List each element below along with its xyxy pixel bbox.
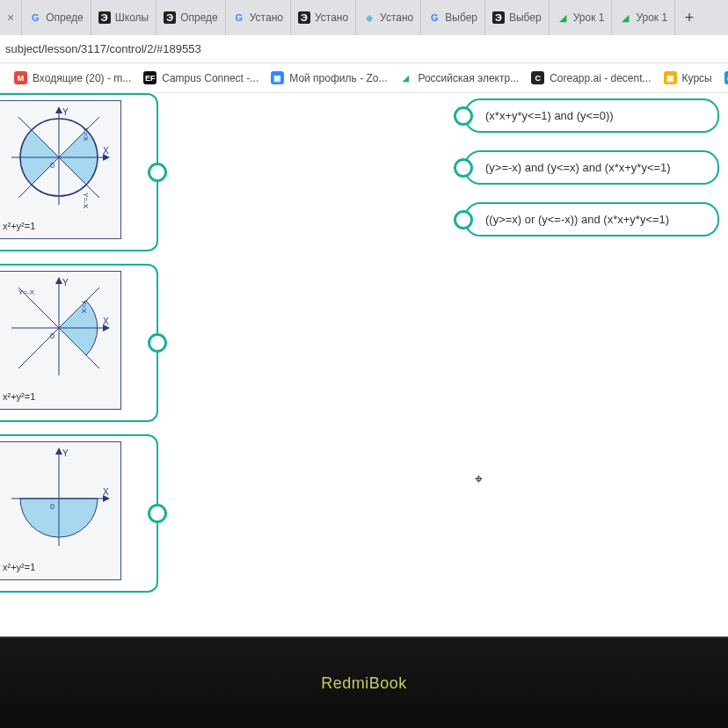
tab-1[interactable]: GОпреде bbox=[22, 0, 91, 35]
page-content: Y X Y=X Y=-X 0 x²+y²=1 bbox=[0, 93, 728, 637]
svg-marker-13 bbox=[55, 277, 62, 284]
bookmark-item[interactable]: ◢Российская электр... bbox=[399, 71, 519, 84]
site-icon: Э bbox=[164, 11, 176, 24]
coreapp-icon: C bbox=[531, 71, 544, 84]
bookmark-item[interactable]: ▣Мой профиль - Zo... bbox=[271, 71, 387, 84]
pi-icon: ◎ bbox=[724, 71, 728, 84]
url-text: subject/lesson/3117/control/2/#189553 bbox=[5, 42, 201, 55]
match-handle[interactable] bbox=[454, 158, 473, 178]
graph-svg-bowtie: Y X Y=X Y=-X 0 bbox=[1, 105, 117, 210]
tab-label: Опреде bbox=[180, 11, 218, 24]
tab-3[interactable]: ЭОпреде bbox=[157, 0, 226, 35]
tab-9[interactable]: ◢Урок 1 bbox=[550, 0, 613, 35]
tab-label: Устано bbox=[315, 11, 348, 24]
graph-figure: Y X 0 x²+y²=1 bbox=[0, 441, 121, 580]
courses-icon: ▣ bbox=[664, 71, 677, 84]
tab-10[interactable]: ◢Урок 1 bbox=[612, 0, 675, 35]
graph-card-2[interactable]: Y X Y=X Y=-X 0 x²+y²=1 bbox=[0, 264, 158, 422]
ef-icon: EF bbox=[143, 71, 157, 84]
tab-6[interactable]: ◆Устано bbox=[356, 0, 421, 35]
mail-icon: M bbox=[14, 71, 27, 84]
svg-text:X: X bbox=[103, 317, 109, 326]
option-text: (y>=-x) and (y<=x) and (x*x+y*y<=1) bbox=[485, 161, 671, 174]
graph-svg-wedge: Y X Y=X Y=-X 0 bbox=[1, 275, 117, 381]
site-icon: Э bbox=[298, 11, 310, 24]
graph-svg-lowerhalf: Y X 0 bbox=[1, 446, 117, 551]
svg-text:Y: Y bbox=[62, 278, 69, 288]
svg-text:Y=-X: Y=-X bbox=[82, 193, 90, 209]
google-icon: G bbox=[428, 11, 440, 24]
tab-label: Урок 1 bbox=[636, 11, 667, 24]
svg-text:Y: Y bbox=[62, 448, 69, 458]
svg-text:Y=X: Y=X bbox=[82, 127, 90, 142]
graph-card-1[interactable]: Y X Y=X Y=-X 0 x²+y²=1 bbox=[0, 93, 158, 251]
tab-label: Выбер bbox=[445, 11, 477, 24]
match-source-column: Y X Y=X Y=-X 0 x²+y²=1 bbox=[0, 93, 158, 605]
svg-text:X: X bbox=[103, 146, 109, 156]
answer-option-2[interactable]: (y>=-x) and (y<=x) and (x*x+y*y<=1) bbox=[464, 150, 719, 185]
site-icon: Э bbox=[492, 11, 505, 24]
svg-text:0: 0 bbox=[50, 161, 55, 170]
site-icon: Э bbox=[98, 11, 111, 24]
match-target-column: (x*x+y*y<=1) and (y<=0)) (y>=-x) and (y<… bbox=[464, 98, 719, 254]
site-icon: ◆ bbox=[363, 11, 375, 24]
google-icon: G bbox=[29, 11, 41, 24]
tab-4[interactable]: GУстано bbox=[226, 0, 291, 35]
bookmark-item[interactable]: CCoreapp.ai - decent... bbox=[531, 71, 651, 84]
equation-label: x²+y²=1 bbox=[3, 221, 35, 231]
graph-figure: Y X Y=X Y=-X 0 x²+y²=1 bbox=[0, 271, 121, 410]
tab-close-first[interactable]: × bbox=[0, 0, 22, 35]
url-bar[interactable]: subject/lesson/3117/control/2/#189553 bbox=[0, 35, 728, 63]
site-icon: ◢ bbox=[619, 11, 631, 24]
svg-text:0: 0 bbox=[50, 502, 55, 511]
svg-marker-24 bbox=[55, 448, 62, 455]
tab-label: Устано bbox=[380, 11, 413, 24]
match-handle[interactable] bbox=[454, 210, 473, 229]
graph-card-3[interactable]: Y X 0 x²+y²=1 bbox=[0, 434, 158, 593]
tab-label: Выбер bbox=[509, 11, 542, 24]
svg-text:Y=X: Y=X bbox=[80, 300, 88, 314]
browser-tabbar: × GОпреде ЭШколы ЭОпреде GУстано ЭУстано… bbox=[0, 0, 728, 35]
svg-text:X: X bbox=[103, 487, 109, 497]
svg-text:0: 0 bbox=[50, 331, 55, 340]
new-tab-button[interactable]: + bbox=[675, 9, 703, 27]
answer-option-3[interactable]: ((y>=x) or (y<=-x)) and (x*x+y*y<=1) bbox=[464, 202, 719, 237]
svg-marker-2 bbox=[55, 106, 62, 113]
bookmarks-bar: MВходящие (20) - m... EFCampus Connect -… bbox=[0, 63, 728, 93]
tab-label: Школы bbox=[115, 11, 149, 24]
equation-label: x²+y²=1 bbox=[3, 562, 35, 572]
svg-text:Y: Y bbox=[62, 107, 69, 117]
answer-option-1[interactable]: (x*x+y*y<=1) and (y<=0)) bbox=[464, 98, 719, 133]
close-icon: × bbox=[7, 11, 14, 25]
bookmark-item[interactable]: MВходящие (20) - m... bbox=[14, 71, 131, 84]
tab-8[interactable]: ЭВыбер bbox=[485, 0, 550, 35]
match-handle[interactable] bbox=[148, 333, 167, 353]
bookmark-item[interactable]: ◎Пи bbox=[724, 71, 728, 84]
tab-2[interactable]: ЭШколы bbox=[91, 0, 157, 35]
bookmark-item[interactable]: EFCampus Connect -... bbox=[143, 71, 258, 84]
tab-5[interactable]: ЭУстано bbox=[291, 0, 356, 35]
site-icon: ◢ bbox=[557, 11, 569, 24]
option-text: ((y>=x) or (y<=-x)) and (x*x+y*y<=1) bbox=[485, 213, 669, 226]
tab-label: Урок 1 bbox=[573, 11, 605, 24]
svg-text:Y=-X: Y=-X bbox=[18, 288, 35, 296]
tab-label: Опреде bbox=[46, 11, 84, 24]
tab-label: Устано bbox=[250, 11, 283, 24]
laptop-brand: RedmiBook bbox=[321, 674, 407, 693]
laptop-bezel: RedmiBook bbox=[0, 637, 728, 728]
match-handle[interactable] bbox=[148, 163, 167, 182]
match-handle[interactable] bbox=[454, 106, 473, 126]
equation-label: x²+y²=1 bbox=[3, 391, 35, 402]
bookmark-item[interactable]: ▣Курсы bbox=[664, 71, 712, 84]
zoom-icon: ▣ bbox=[271, 71, 284, 84]
resh-icon: ◢ bbox=[399, 71, 412, 84]
match-handle[interactable] bbox=[148, 504, 167, 523]
cursor-icon: ⌖ bbox=[475, 471, 483, 487]
option-text: (x*x+y*y<=1) and (y<=0)) bbox=[485, 109, 614, 122]
tab-7[interactable]: GВыбер bbox=[421, 0, 485, 35]
google-icon: G bbox=[233, 11, 245, 24]
graph-figure: Y X Y=X Y=-X 0 x²+y²=1 bbox=[0, 100, 121, 239]
